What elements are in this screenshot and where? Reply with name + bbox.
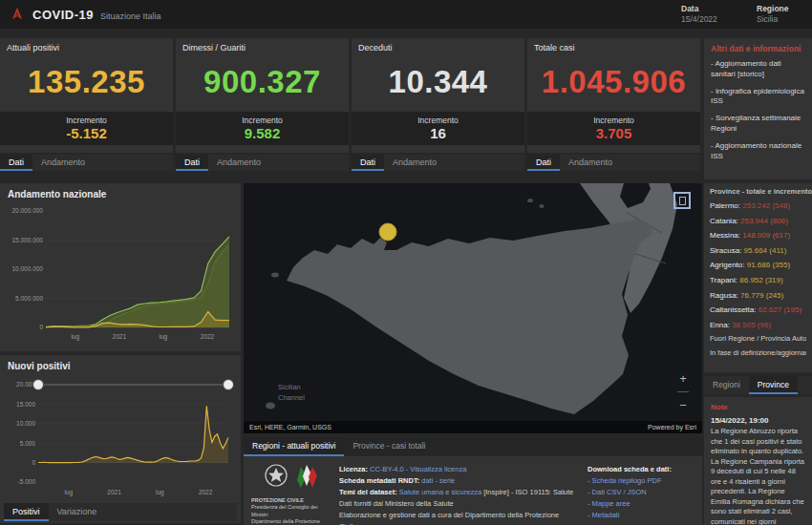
altri-dati-panel: Altri dati e informazioni - Aggiornament…: [704, 38, 812, 179]
tab-dati[interactable]: Dati: [527, 155, 560, 171]
egadi-island: [271, 273, 279, 278]
y-tick-label: 5.000.000: [15, 295, 43, 302]
tab-andamento[interactable]: Andamento: [560, 155, 621, 171]
zoom-divider: [677, 391, 689, 392]
card-dimessi-guariti: Dimessi / Guariti 900.327 Incremento 9.5…: [176, 38, 349, 171]
download-link[interactable]: - Scheda riepilogo PDF: [588, 475, 694, 487]
protezione-civile-tricolore-logo: [297, 465, 317, 488]
pantelleria-island: [266, 403, 275, 410]
dataset-info-link[interactable]: dati - serie: [421, 476, 455, 485]
y-tick-label: -5.000: [18, 478, 36, 485]
card-label: Deceduti: [352, 38, 524, 52]
y-tick-label: 15.000.000: [11, 237, 43, 243]
water-label: Sicilian Channel: [278, 382, 305, 404]
download-block: Download scheda e dati: - Scheda riepilo…: [588, 464, 694, 521]
note-panel: Note 15/4/2022, 19:00 La Regione Abruzzo…: [704, 397, 812, 525]
tab-andamento[interactable]: Andamento: [32, 155, 94, 171]
info-link[interactable]: - Aggiornamento dati sanitari [storico]: [711, 59, 805, 80]
repubblica-emblem-logo: [266, 465, 287, 486]
nuovi-positivi-chart[interactable]: 20.00015.00010.0005.0000-5.000lug2021lug…: [4, 373, 237, 498]
card-value: 135.235: [0, 52, 173, 112]
tab-regioni-attuali-positivi[interactable]: Regioni - attuali positivi: [244, 437, 344, 456]
x-tick-label: lug: [160, 333, 168, 341]
sicily-shape: [287, 220, 652, 414]
card-value: 1.045.906: [527, 52, 700, 112]
tab-andamento[interactable]: Andamento: [208, 155, 269, 171]
range-slider-handle-right[interactable]: [224, 380, 234, 390]
dataset-info-link[interactable]: Salute umana e sicurezza: [399, 488, 481, 496]
province-row: Messina: 148.009 (617): [710, 228, 806, 243]
card-attuali-positivi: Attuali positivi 135.235 Incremento -5.1…: [0, 38, 173, 171]
series-area: [38, 406, 228, 462]
stat-cards-row: Attuali positivi 135.235 Incremento -5.1…: [0, 38, 703, 171]
download-link[interactable]: - Mappe aree: [588, 498, 694, 510]
dataset-info-line: Dati forniti dal Ministero della Salute: [339, 498, 578, 510]
tab-province-casi-totali[interactable]: Province - casi totali: [344, 437, 434, 456]
zoom-in-button[interactable]: +: [677, 372, 689, 385]
x-tick-label: 2022: [201, 333, 215, 340]
y-tick-label: 10.000: [16, 420, 35, 427]
note-timestamp: 15/4/2022, 19:00: [711, 416, 805, 425]
sicily-map[interactable]: + − Sicilian Channel Esri, HERE, Garmin,…: [244, 183, 702, 433]
y-tick-label: 5.000: [20, 440, 36, 447]
increment-value: 3.705: [527, 125, 700, 142]
increment-label: Incremento: [176, 116, 349, 125]
header-region: Regione Sicilia: [757, 4, 789, 25]
increment-value: 16: [352, 125, 524, 142]
range-slider-handle-left[interactable]: [33, 380, 44, 390]
info-link[interactable]: - Sorveglianza settimanale Regioni: [711, 114, 805, 135]
dataset-info-line: Temi del dataset: Salute umana e sicurez…: [339, 487, 578, 498]
dataset-info-line: Licenza: CC-BY-4.0 - Visualizza licenza: [339, 464, 578, 475]
card-label: Attuali positivi: [0, 38, 173, 52]
province-panel-title: Province - totale e incremento casi: [710, 187, 806, 196]
chart-title: Andamento nazionale: [4, 187, 237, 201]
province-row: Siracusa: 95.664 (411): [710, 243, 806, 259]
card-value: 10.344: [352, 52, 524, 112]
tab-andamento[interactable]: Andamento: [384, 155, 445, 171]
region-province-tabs: Regioni Province: [704, 376, 812, 394]
tab-dati[interactable]: Dati: [352, 155, 384, 171]
map-zoom-controls: + −: [677, 372, 689, 411]
tab-variazione[interactable]: Variazione: [49, 503, 106, 521]
tab-positivi[interactable]: Positivi: [4, 503, 49, 521]
province-footnote: In fase di definizione/aggiornamento: [710, 346, 806, 360]
card-totale-casi: Totale casi 1.045.906 Incremento 3.705 D…: [527, 38, 700, 171]
tab-dati[interactable]: Dati: [0, 155, 32, 171]
zoom-out-button[interactable]: −: [677, 399, 689, 411]
card-label: Totale casi: [527, 38, 700, 52]
card-value: 900.327: [176, 52, 349, 112]
dataset-info-block: Licenza: CC-BY-4.0 - Visualizza licenzaS…: [339, 464, 578, 525]
province-row: Trapani: 86.952 (319): [710, 273, 806, 288]
bottom-info-panel: Regioni - attuali positivi Province - ca…: [244, 437, 702, 525]
tab-dati[interactable]: Dati: [176, 155, 208, 171]
header-bar: COVID-19 Situazione Italia Data 15/4/202…: [0, 0, 812, 29]
info-link[interactable]: - Aggiornamento nazionale ISS: [711, 141, 805, 162]
card-label: Dimessi / Guariti: [176, 38, 349, 52]
tab-regioni[interactable]: Regioni: [704, 376, 749, 394]
extent-icon: [679, 197, 686, 205]
map-canvas[interactable]: [244, 183, 702, 433]
download-link[interactable]: - Dati CSV / JSON: [588, 487, 694, 498]
date-label: Data: [681, 4, 717, 14]
dataset-info-link[interactable]: CC-BY-4.0 - Visualizza licenza: [370, 465, 466, 473]
card-deceduti: Deceduti 10.344 Incremento 16 Dati Andam…: [352, 38, 524, 171]
increment-label: Incremento: [352, 116, 524, 125]
date-value: 15/4/2022: [681, 14, 717, 25]
x-tick-label: lug: [71, 333, 79, 341]
nuovi-positivi-panel: Nuovi positivi 20.00015.00010.0005.0000-…: [0, 355, 241, 523]
x-tick-label: lug: [156, 489, 164, 496]
tab-province[interactable]: Province: [749, 376, 798, 394]
aeolian-island: [527, 199, 533, 202]
increment-label: Incremento: [0, 116, 173, 125]
logos-block: PROTEZIONE CIVILE Presidenza del Consigl…: [251, 463, 333, 525]
map-extent-button[interactable]: [673, 192, 691, 209]
province-row: Enna: 38.505 (96): [710, 318, 806, 333]
province-row: Catania: 253.944 (806): [710, 214, 806, 229]
map-marker-palermo[interactable]: [379, 223, 396, 241]
info-link[interactable]: - Infografica epidemiologica ISS: [711, 87, 805, 108]
x-tick-label: 2021: [113, 333, 127, 340]
region-label: Regione: [757, 4, 789, 14]
province-footnote: Fuori Regione / Provincia Autonoma: [710, 332, 806, 346]
download-link[interactable]: - Metadati: [588, 510, 694, 521]
andamento-nazionale-chart[interactable]: 20.000.00015.000.00010.000.0005.000.0000…: [4, 201, 237, 343]
